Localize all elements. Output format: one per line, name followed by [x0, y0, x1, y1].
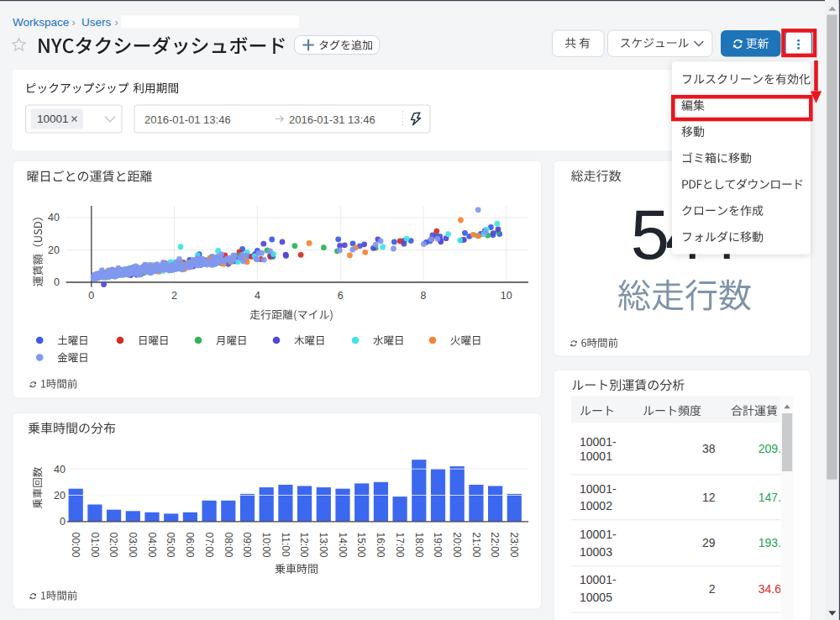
svg-text:2: 2	[709, 582, 716, 596]
svg-text:10002: 10002	[580, 499, 612, 512]
svg-text:10001-: 10001-	[580, 573, 617, 586]
svg-text:17:00: 17:00	[394, 533, 406, 558]
svg-text:10001-: 10001-	[580, 528, 617, 541]
svg-text:10001: 10001	[580, 449, 612, 463]
svg-text:29: 29	[702, 536, 716, 549]
svg-text:02:00: 02:00	[108, 533, 119, 558]
svg-text:Users: Users	[81, 16, 112, 29]
svg-text:10001: 10001	[37, 113, 69, 125]
svg-text:03:00: 03:00	[127, 533, 139, 558]
svg-text:20:00: 20:00	[451, 533, 463, 558]
svg-text:10: 10	[501, 290, 512, 302]
svg-text:23:00: 23:00	[508, 533, 520, 558]
svg-text:12: 12	[702, 491, 716, 504]
svg-text:4: 4	[255, 290, 260, 302]
svg-text:10005: 10005	[580, 591, 612, 604]
svg-text:04:00: 04:00	[146, 533, 158, 558]
svg-text:22:00: 22:00	[489, 533, 501, 558]
svg-text:19:00: 19:00	[432, 533, 444, 558]
svg-text:20: 20	[48, 244, 60, 256]
svg-text:05:00: 05:00	[165, 533, 176, 558]
svg-text:10003: 10003	[580, 545, 612, 559]
svg-text:38: 38	[702, 442, 716, 455]
svg-text:20: 20	[54, 490, 66, 502]
svg-text:18:00: 18:00	[413, 533, 425, 558]
svg-text:40: 40	[54, 464, 66, 476]
svg-text:10:00: 10:00	[260, 533, 272, 558]
svg-text:13:00: 13:00	[318, 533, 329, 558]
svg-text:21:00: 21:00	[470, 533, 482, 558]
svg-text:06:00: 06:00	[184, 533, 196, 558]
svg-text:10001-: 10001-	[580, 435, 617, 449]
svg-text:2016-01-01 13:46: 2016-01-01 13:46	[144, 113, 231, 126]
svg-text:›: ›	[115, 16, 118, 29]
svg-text:Workspace: Workspace	[13, 16, 69, 29]
svg-text:00:00: 00:00	[70, 533, 81, 558]
svg-text:›: ›	[72, 16, 76, 29]
svg-text:8: 8	[421, 290, 427, 302]
svg-text:6: 6	[338, 290, 344, 302]
svg-text:08:00: 08:00	[223, 533, 234, 558]
svg-text:2016-01-31 13:46: 2016-01-31 13:46	[289, 113, 375, 126]
svg-text:10001-: 10001-	[580, 482, 617, 496]
svg-text:09:00: 09:00	[241, 533, 253, 558]
svg-text:0: 0	[54, 276, 60, 288]
svg-text:2: 2	[171, 290, 177, 302]
svg-text:0: 0	[60, 516, 66, 528]
svg-text:14:00: 14:00	[337, 533, 349, 558]
svg-text:34.6: 34.6	[759, 582, 781, 596]
svg-text:07:00: 07:00	[203, 533, 215, 558]
svg-text:40: 40	[48, 212, 60, 223]
svg-text:01:00: 01:00	[89, 533, 101, 558]
svg-text:0: 0	[88, 290, 94, 302]
svg-text:12:00: 12:00	[298, 533, 310, 558]
svg-text:15:00: 15:00	[355, 533, 367, 558]
svg-text:11:00: 11:00	[280, 533, 291, 557]
svg-text:16:00: 16:00	[375, 533, 386, 558]
